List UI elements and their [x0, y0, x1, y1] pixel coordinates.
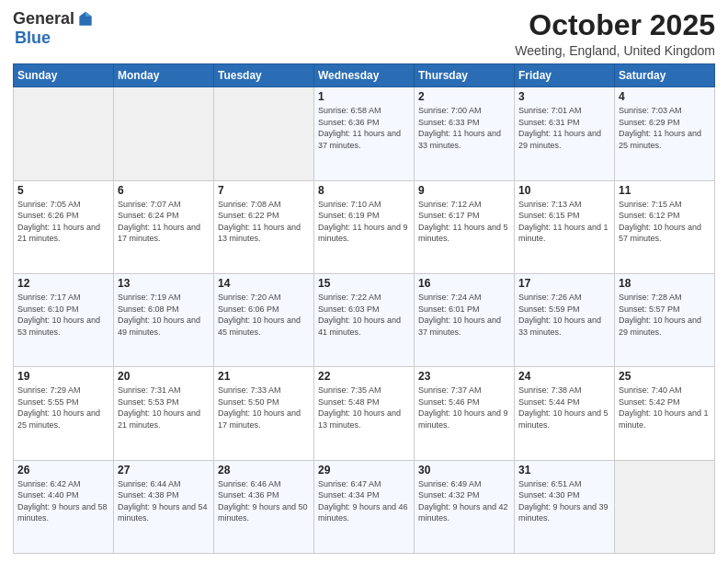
- day-info: Sunrise: 7:29 AMSunset: 5:55 PMDaylight:…: [17, 385, 109, 431]
- table-row: 5Sunrise: 7:05 AMSunset: 6:26 PMDaylight…: [14, 180, 114, 273]
- day-number: 8: [318, 184, 410, 197]
- day-number: 11: [619, 184, 711, 197]
- table-row: 3Sunrise: 7:01 AMSunset: 6:31 PMDaylight…: [515, 87, 615, 180]
- calendar-week-row: 1Sunrise: 6:58 AMSunset: 6:36 PMDaylight…: [14, 87, 715, 180]
- col-wednesday: Wednesday: [314, 64, 415, 87]
- day-info: Sunrise: 7:05 AMSunset: 6:26 PMDaylight:…: [17, 199, 109, 245]
- table-row: [615, 460, 715, 553]
- logo: General Blue: [13, 9, 95, 48]
- calendar-week-row: 19Sunrise: 7:29 AMSunset: 5:55 PMDayligh…: [14, 367, 715, 460]
- day-info: Sunrise: 7:17 AMSunset: 6:10 PMDaylight:…: [17, 292, 109, 338]
- table-row: 29Sunrise: 6:47 AMSunset: 4:34 PMDayligh…: [314, 460, 415, 553]
- logo-blue-text: Blue: [15, 29, 51, 48]
- day-number: 23: [418, 370, 510, 383]
- table-row: 23Sunrise: 7:37 AMSunset: 5:46 PMDayligh…: [415, 367, 515, 460]
- day-info: Sunrise: 7:35 AMSunset: 5:48 PMDaylight:…: [318, 385, 410, 431]
- day-number: 28: [218, 464, 310, 477]
- day-info: Sunrise: 6:42 AMSunset: 4:40 PMDaylight:…: [17, 478, 109, 524]
- day-number: 7: [218, 184, 310, 197]
- col-tuesday: Tuesday: [214, 64, 314, 87]
- table-row: 22Sunrise: 7:35 AMSunset: 5:48 PMDayligh…: [314, 367, 415, 460]
- calendar-week-row: 12Sunrise: 7:17 AMSunset: 6:10 PMDayligh…: [14, 273, 715, 366]
- table-row: 31Sunrise: 6:51 AMSunset: 4:30 PMDayligh…: [515, 460, 615, 553]
- day-number: 16: [418, 277, 510, 290]
- col-thursday: Thursday: [415, 64, 515, 87]
- col-sunday: Sunday: [14, 64, 114, 87]
- calendar-week-row: 5Sunrise: 7:05 AMSunset: 6:26 PMDaylight…: [14, 180, 715, 273]
- day-info: Sunrise: 7:03 AMSunset: 6:29 PMDaylight:…: [619, 105, 711, 151]
- table-row: 8Sunrise: 7:10 AMSunset: 6:19 PMDaylight…: [314, 180, 415, 273]
- day-number: 3: [518, 90, 610, 103]
- table-row: [114, 87, 214, 180]
- day-number: 19: [17, 370, 109, 383]
- logo-general: General: [13, 9, 74, 29]
- month-title: October 2025: [515, 9, 715, 41]
- table-row: 16Sunrise: 7:24 AMSunset: 6:01 PMDayligh…: [415, 273, 515, 366]
- table-row: 4Sunrise: 7:03 AMSunset: 6:29 PMDaylight…: [615, 87, 715, 180]
- title-block: October 2025 Weeting, England, United Ki…: [515, 9, 715, 58]
- table-row: 7Sunrise: 7:08 AMSunset: 6:22 PMDaylight…: [214, 180, 314, 273]
- table-row: 10Sunrise: 7:13 AMSunset: 6:15 PMDayligh…: [515, 180, 615, 273]
- table-row: 11Sunrise: 7:15 AMSunset: 6:12 PMDayligh…: [615, 180, 715, 273]
- day-number: 10: [518, 184, 610, 197]
- day-number: 24: [518, 370, 610, 383]
- table-row: 1Sunrise: 6:58 AMSunset: 6:36 PMDaylight…: [314, 87, 415, 180]
- logo-text: General: [13, 9, 95, 29]
- day-number: 12: [17, 277, 109, 290]
- day-number: 5: [17, 184, 109, 197]
- table-row: 14Sunrise: 7:20 AMSunset: 6:06 PMDayligh…: [214, 273, 314, 366]
- day-number: 15: [318, 277, 410, 290]
- calendar-header-row: Sunday Monday Tuesday Wednesday Thursday…: [14, 64, 715, 87]
- day-number: 9: [418, 184, 510, 197]
- day-info: Sunrise: 6:47 AMSunset: 4:34 PMDaylight:…: [318, 478, 410, 524]
- table-row: 27Sunrise: 6:44 AMSunset: 4:38 PMDayligh…: [114, 460, 214, 553]
- day-info: Sunrise: 7:10 AMSunset: 6:19 PMDaylight:…: [318, 199, 410, 245]
- day-info: Sunrise: 7:40 AMSunset: 5:42 PMDaylight:…: [619, 385, 711, 431]
- table-row: 18Sunrise: 7:28 AMSunset: 5:57 PMDayligh…: [615, 273, 715, 366]
- table-row: 2Sunrise: 7:00 AMSunset: 6:33 PMDaylight…: [415, 87, 515, 180]
- col-friday: Friday: [515, 64, 615, 87]
- day-info: Sunrise: 7:24 AMSunset: 6:01 PMDaylight:…: [418, 292, 510, 338]
- table-row: 19Sunrise: 7:29 AMSunset: 5:55 PMDayligh…: [14, 367, 114, 460]
- table-row: [14, 87, 114, 180]
- page: General Blue October 2025 Weeting, Engla…: [0, 0, 728, 563]
- day-info: Sunrise: 7:19 AMSunset: 6:08 PMDaylight:…: [118, 292, 210, 338]
- day-number: 30: [418, 464, 510, 477]
- table-row: 24Sunrise: 7:38 AMSunset: 5:44 PMDayligh…: [515, 367, 615, 460]
- table-row: 15Sunrise: 7:22 AMSunset: 6:03 PMDayligh…: [314, 273, 415, 366]
- day-number: 18: [619, 277, 711, 290]
- day-number: 25: [619, 370, 711, 383]
- day-number: 6: [118, 184, 210, 197]
- table-row: 28Sunrise: 6:46 AMSunset: 4:36 PMDayligh…: [214, 460, 314, 553]
- day-info: Sunrise: 7:26 AMSunset: 5:59 PMDaylight:…: [518, 292, 610, 338]
- day-number: 4: [619, 90, 711, 103]
- day-info: Sunrise: 6:51 AMSunset: 4:30 PMDaylight:…: [518, 478, 610, 524]
- day-info: Sunrise: 7:20 AMSunset: 6:06 PMDaylight:…: [218, 292, 310, 338]
- day-info: Sunrise: 7:31 AMSunset: 5:53 PMDaylight:…: [118, 385, 210, 431]
- table-row: 6Sunrise: 7:07 AMSunset: 6:24 PMDaylight…: [114, 180, 214, 273]
- table-row: 12Sunrise: 7:17 AMSunset: 6:10 PMDayligh…: [14, 273, 114, 366]
- location-title: Weeting, England, United Kingdom: [515, 43, 715, 58]
- col-monday: Monday: [114, 64, 214, 87]
- table-row: 21Sunrise: 7:33 AMSunset: 5:50 PMDayligh…: [214, 367, 314, 460]
- logo-icon: [76, 10, 95, 29]
- day-number: 14: [218, 277, 310, 290]
- day-info: Sunrise: 7:37 AMSunset: 5:46 PMDaylight:…: [418, 385, 510, 431]
- day-info: Sunrise: 6:44 AMSunset: 4:38 PMDaylight:…: [118, 478, 210, 524]
- day-number: 17: [518, 277, 610, 290]
- day-number: 29: [318, 464, 410, 477]
- day-info: Sunrise: 7:33 AMSunset: 5:50 PMDaylight:…: [218, 385, 310, 431]
- day-number: 1: [318, 90, 410, 103]
- day-number: 13: [118, 277, 210, 290]
- day-number: 27: [118, 464, 210, 477]
- day-number: 21: [218, 370, 310, 383]
- table-row: 25Sunrise: 7:40 AMSunset: 5:42 PMDayligh…: [615, 367, 715, 460]
- table-row: 26Sunrise: 6:42 AMSunset: 4:40 PMDayligh…: [14, 460, 114, 553]
- table-row: [214, 87, 314, 180]
- day-info: Sunrise: 7:12 AMSunset: 6:17 PMDaylight:…: [418, 199, 510, 245]
- table-row: 13Sunrise: 7:19 AMSunset: 6:08 PMDayligh…: [114, 273, 214, 366]
- day-number: 2: [418, 90, 510, 103]
- day-info: Sunrise: 7:08 AMSunset: 6:22 PMDaylight:…: [218, 199, 310, 245]
- day-info: Sunrise: 7:00 AMSunset: 6:33 PMDaylight:…: [418, 105, 510, 151]
- table-row: 30Sunrise: 6:49 AMSunset: 4:32 PMDayligh…: [415, 460, 515, 553]
